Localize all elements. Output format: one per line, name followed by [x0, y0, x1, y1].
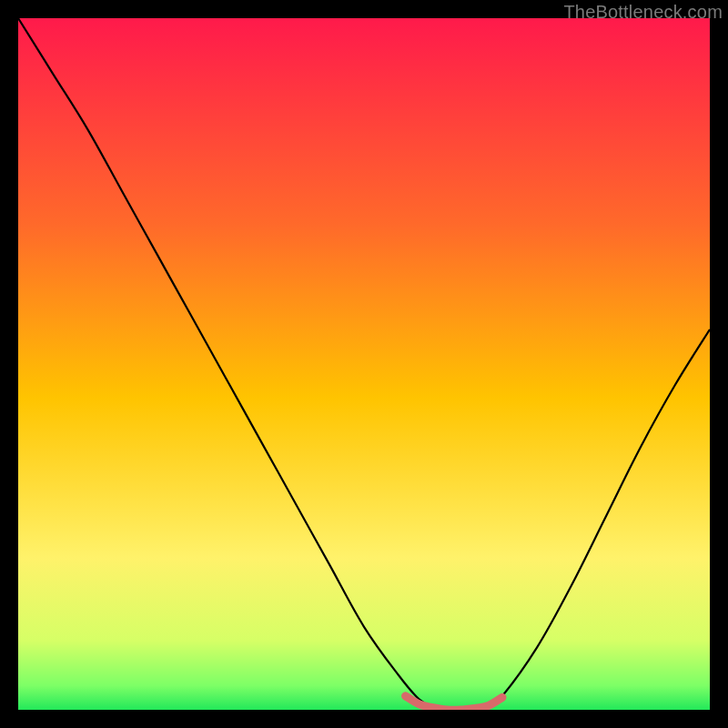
watermark-text: TheBottleneck.com [563, 2, 723, 23]
chart-plot-area [18, 18, 710, 710]
chart-background-gradient [18, 18, 710, 710]
chart-frame: TheBottleneck.com [0, 0, 728, 728]
chart-svg [18, 18, 710, 710]
